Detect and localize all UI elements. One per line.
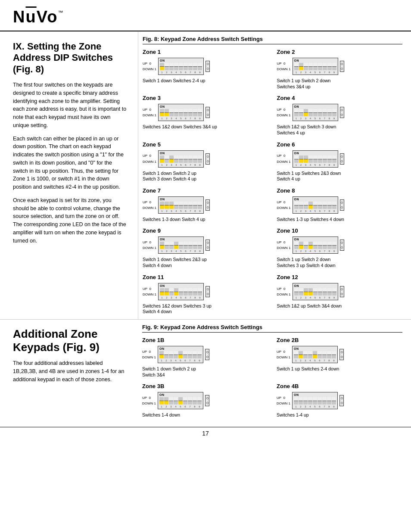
dip-num-6: 6 xyxy=(184,71,188,74)
dip-switch-6 xyxy=(184,242,188,249)
dip-switch-7 xyxy=(322,351,327,358)
dip-num-8: 8 xyxy=(193,210,197,212)
zone-label-zone1b: Zone 1B xyxy=(142,337,268,343)
dip-switch-1 xyxy=(294,109,299,116)
dip-num-4: 4 xyxy=(308,296,313,299)
zone-block-zone3: Zone 3 UP 0 DOWN 1 ON xyxy=(143,95,268,136)
dip-num-6: 6 xyxy=(318,117,322,120)
dip-switch-4 xyxy=(174,397,178,404)
zone-block-zone5: Zone 5 UP 0 DOWN 1 ON xyxy=(143,141,268,182)
fig9-title: Fig. 9: Keypad Zone Address Switch Setti… xyxy=(142,324,402,333)
dip-switch-5 xyxy=(179,156,183,163)
dip-num-5: 5 xyxy=(179,250,183,252)
dip-switch-8 xyxy=(327,63,332,70)
dip-num-3: 3 xyxy=(169,210,174,212)
dip-num-1: 1 xyxy=(294,71,299,74)
dip-switch-5 xyxy=(313,397,317,404)
dip-num-2: 2 xyxy=(299,359,303,362)
screw-top xyxy=(341,242,343,244)
dip-num-9: 9 xyxy=(332,359,336,362)
dip-num-8: 8 xyxy=(327,250,332,252)
dip-num-7: 7 xyxy=(323,71,327,74)
dip-num-6: 6 xyxy=(318,296,322,299)
dip-side-screws xyxy=(206,286,210,297)
dip-side-screws xyxy=(340,61,344,72)
zone-label-zone3b: Zone 3B xyxy=(142,383,268,389)
dip-num-4: 4 xyxy=(308,250,313,252)
dip-switch-9 xyxy=(332,351,336,358)
dip-num-2: 2 xyxy=(164,405,168,408)
zone-desc-zone7: Switches 1-3 down Switch 4 up xyxy=(143,217,268,223)
zone-block-zone2: Zone 2 UP 0 DOWN 1 ON xyxy=(277,49,403,90)
dip-num-7: 7 xyxy=(188,405,192,408)
screw-bottom xyxy=(341,68,343,70)
dip-num-8: 8 xyxy=(193,296,197,299)
dip-num-4: 4 xyxy=(174,71,178,74)
screw-bottom xyxy=(207,246,209,249)
dip-switch-2 xyxy=(299,63,303,70)
dip-switch-9 xyxy=(332,63,336,70)
dip-switch-8 xyxy=(327,242,332,249)
dip-num-3: 3 xyxy=(304,117,308,120)
dip-num-5: 5 xyxy=(178,359,183,362)
dip-num-1: 1 xyxy=(160,296,164,299)
dip-num-2: 2 xyxy=(299,250,303,252)
screw-top xyxy=(341,397,343,399)
dip-switch-7 xyxy=(188,63,193,70)
dip-switch-7 xyxy=(323,288,327,296)
dip-switch-9 xyxy=(332,397,336,404)
dip-num-5: 5 xyxy=(179,296,183,299)
dip-switch-3 xyxy=(303,351,308,358)
section2-text: Additional Zone Keypads (Fig. 9) The fou… xyxy=(0,320,138,423)
dip-num-5: 5 xyxy=(313,405,317,408)
zone-desc-zone11: Switches 1&2 down Switches 3 upSwitch 4 … xyxy=(143,303,268,315)
dip-num-6: 6 xyxy=(183,405,187,408)
zone-desc-zone2: Switch 1 up Switch 2 downSwitches 3&4 up xyxy=(277,78,403,90)
dip-num-8: 8 xyxy=(193,359,197,362)
dip-switch-7 xyxy=(323,242,327,249)
dip-switch-2 xyxy=(165,202,169,209)
dip-num-9: 9 xyxy=(197,405,202,408)
dip-switch-3 xyxy=(304,202,308,209)
dip-num-1: 1 xyxy=(159,359,164,362)
dip-num-7: 7 xyxy=(188,117,193,120)
dip-side-screws xyxy=(206,153,210,165)
dip-switch-9 xyxy=(332,202,336,209)
dip-num-7: 7 xyxy=(323,164,327,166)
dip-switch-7 xyxy=(323,109,327,116)
dip-switch-4 xyxy=(174,63,178,70)
dip-num-1: 1 xyxy=(160,71,164,74)
zone-block-zone3b: Zone 3B UP 0 DOWN 1 ON xyxy=(142,383,268,418)
dip-switch-4 xyxy=(174,202,178,209)
zone-block-zone4b: Zone 4B UP 0 DOWN 1 ON xyxy=(277,383,402,418)
dip-num-7: 7 xyxy=(323,296,327,299)
zone-block-zone6: Zone 6 UP 0 DOWN 1 ON xyxy=(277,141,403,182)
screw-top xyxy=(207,242,209,244)
zone-desc-zone10: Switch 1 up Switch 2 downSwitches 3 up S… xyxy=(277,257,403,268)
dip-switch-4 xyxy=(308,202,313,209)
dip-num-6: 6 xyxy=(318,405,322,408)
dip-num-4: 4 xyxy=(174,164,178,166)
dip-num-8: 8 xyxy=(327,117,332,120)
dip-num-8: 8 xyxy=(327,296,332,299)
zone-desc-zone1b: Switch 1 down Switch 2 upSwitch 3&4 xyxy=(142,366,268,378)
zone-label-zone6: Zone 6 xyxy=(277,141,403,148)
trademark: ™ xyxy=(58,9,64,16)
dip-num-5: 5 xyxy=(313,359,317,362)
dip-switch-2 xyxy=(299,242,303,249)
dip-switch-7 xyxy=(323,202,327,209)
zone-block-zone4: Zone 4 UP 0 DOWN 1 ON xyxy=(277,95,403,136)
dip-side-screws xyxy=(340,286,344,297)
dip-switch-3 xyxy=(304,156,308,163)
dip-num-7: 7 xyxy=(188,210,193,212)
dip-num-1: 1 xyxy=(294,250,299,252)
dip-num-3: 3 xyxy=(304,296,308,299)
dip-switch-7 xyxy=(188,242,193,249)
dip-switch-6 xyxy=(318,109,322,116)
zone-desc-zone4: Switch 1&2 up Switch 3 downSwitches 4 up xyxy=(277,124,403,136)
dip-switch-9 xyxy=(198,288,202,296)
dip-switch-7 xyxy=(188,288,193,296)
zone-label-zone8: Zone 8 xyxy=(277,187,403,194)
screw-bottom xyxy=(341,356,343,358)
dip-switch-5 xyxy=(313,288,318,296)
